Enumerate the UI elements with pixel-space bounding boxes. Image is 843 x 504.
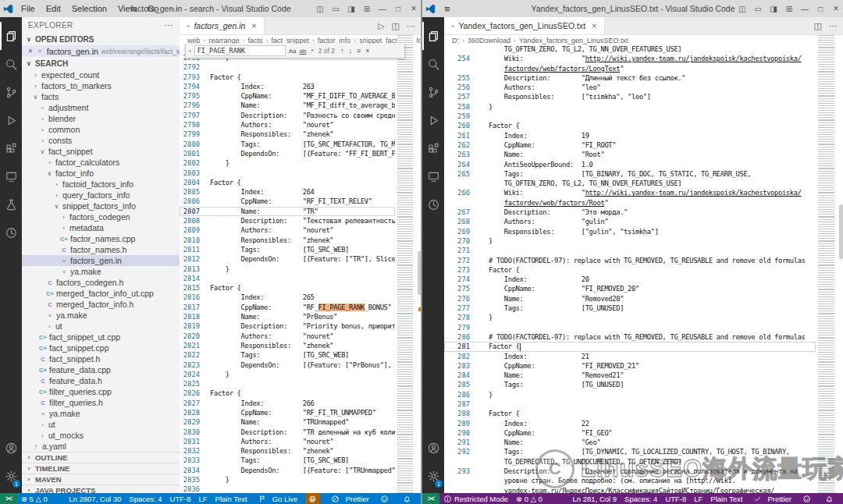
activity-remote-icon[interactable] [0,162,22,190]
tree-item-ut-mocks[interactable]: ›ut_mocks [22,430,180,441]
status-smiley[interactable] [795,493,818,504]
tree-item-blender[interactable]: ›blender [22,113,180,124]
activity-scm-icon[interactable] [0,78,22,106]
status-smiley[interactable] [373,493,396,504]
tree-item-fact-snippet-ut-cpp[interactable]: C+fact_snippet_ut.cpp [22,332,180,343]
breadcrumb-item[interactable]: fact_snippet [272,37,310,44]
code-line[interactable]: 271 [444,246,816,255]
activity-ext-icon[interactable] [422,134,444,162]
tree-item-consts[interactable]: ›consts [22,135,180,146]
code-line[interactable]: yandex-team.ru/ЯндексПоиск/Классификация… [444,486,816,493]
code-line[interactable]: factordev/web/factors/Root" [444,198,816,208]
code-line[interactable]: 2822 Tags: [TG_SRC_WEB] [180,350,395,360]
code-line[interactable]: 2799 Responsibles: "zhenek" [180,130,395,139]
minimap[interactable] [817,35,838,493]
restricted-mode-status[interactable]: Restricted Mode [439,495,512,503]
remote-indicator[interactable]: >< [422,493,439,504]
activity-search-icon[interactable] [0,50,22,78]
code-line[interactable]: 2814 [180,274,395,283]
code-line[interactable]: 2818 Name: "PrBonus" [180,312,395,321]
tree-item-fact-snippet-cpp[interactable]: C+fact_snippet.cpp [22,343,180,353]
menu-[interactable]: ⋯ [164,4,183,14]
find-input[interactable] [194,45,286,56]
folder-section-search[interactable]: ∨ SEARCH [22,57,180,69]
status-utf-8[interactable]: UTF-8 [166,495,195,503]
code-line[interactable]: 2801 DependsOn: [{Feature: "FF_FI_BERT_F [180,149,395,158]
breadcrumb-item[interactable]: facts [248,37,263,44]
activity-gear-icon[interactable]: 1 [0,462,22,490]
code-line[interactable]: 2805 Index: 264 [180,187,395,197]
tree-item-factor-names-cpp[interactable]: C+factor_names.cpp [22,233,180,244]
code-line[interactable]: 2803 [180,169,395,178]
regex-toggle[interactable]: .* [309,48,313,55]
code-line[interactable]: 2798 Authors: "nouret" [180,120,395,130]
code-line[interactable]: 276 Name: "Removed20" [444,294,816,303]
scrollbar-thumb[interactable] [839,204,843,259]
code-line[interactable]: 257 Responsibles: ["tsimkha", "leo"] [444,92,816,101]
code-line[interactable]: 2833 Tags: [TG_SRC_WEB] [180,456,395,465]
code-line[interactable]: 280# TODO(FACTORDEL-97): replace with TG… [444,332,816,342]
code-line[interactable]: 2794 Index: 263 [180,82,395,91]
status-lf[interactable]: LF [195,495,212,503]
code-line[interactable]: 2819 Description: "Priority bonus, приор… [180,321,395,331]
tree-item-filter-queries-cpp[interactable]: C+filter_queries.cpp [22,386,180,397]
more-actions-icon[interactable]: ⋯ [407,21,415,31]
tree-item-factors-codegen-h[interactable]: Cfactors_codegen.h [22,277,180,288]
code-line[interactable]: 260Factor { [444,121,816,130]
code-line[interactable]: 258} [444,102,816,112]
activity-files-icon[interactable] [422,22,444,50]
status-bell[interactable] [818,493,841,504]
code-line[interactable]: 2808 Description: "Текстовая релевантнос… [180,216,395,225]
breadcrumb-item[interactable]: 360Download [468,37,510,44]
status-utf-8[interactable]: UTF-8 [661,495,690,503]
code-line[interactable]: 270} [444,236,816,246]
code-line[interactable]: 275 CppName: "FI_REMOVED_20" [444,284,816,293]
tab-yandex-factors[interactable]: ≡ Yandex_factors_gen_LinusSEO.txt × [444,17,605,34]
breadcrumb-item[interactable]: Yandex_factors_gen_LinusSEO.txt [519,37,628,44]
code-line[interactable]: 2809 Authors: "nouret" [180,225,395,235]
activity-account-icon[interactable] [422,434,444,462]
code-line[interactable]: 2792 [180,62,395,72]
tree-item-factor-calculators[interactable]: ›factor_calculators [22,157,180,168]
status-lf[interactable]: LF [690,495,706,503]
open-editor-item[interactable]: × ≡ factors_gen.in web\rearrange\facts\f… [22,45,180,57]
tree-item-factoid-factors-info[interactable]: ›factoid_factors_info [22,179,180,190]
maximize-button[interactable]: □ [813,5,828,13]
code-line[interactable]: 2810 Responsibles: "zhenek" [180,236,395,245]
code-line[interactable]: 292 Tags: [TG_DYNAMIC, TG_LOCALIZED_COUN… [444,447,816,456]
code-line[interactable]: 282 Index: 21 [444,352,816,361]
toggle-panel-icon[interactable]: ▭ [750,5,766,13]
tree-item-facts[interactable]: ∨facts [22,91,180,102]
status-bell[interactable] [396,493,418,504]
code-line[interactable]: 2836 [180,484,395,493]
tree-item-adjustment[interactable]: ›adjustment [22,102,180,113]
close-find-button[interactable]: × [365,47,370,55]
problems-status[interactable]: ⊗ 5 △ 0 [17,495,52,503]
code-line[interactable]: 290 CppName: "FI_GEO" [444,428,816,438]
code-line[interactable]: 291 Name: "Geo" [444,438,816,447]
code-line[interactable]: 255 Description: "Длинный текст без ссыл… [444,73,816,83]
activity-clock-icon[interactable] [422,190,444,218]
breadcrumb-item[interactable]: D: [452,37,459,44]
open-editors-section[interactable]: ∨ OPEN EDITORS [22,33,180,45]
status-prettier[interactable]: Prettier [324,493,373,504]
code-line[interactable]: 2834 DependsOn: [{Feature: ["TRUnmapped" [180,466,395,475]
code-line[interactable]: 2806 CppName: "RF_FI_TEXT_RELEV" [180,197,395,206]
activity-gear-icon[interactable]: 1 [422,462,444,490]
tree-item-ya-make[interactable]: ≡ya.make [22,408,180,419]
section-maven[interactable]: ›MAVEN [22,474,180,484]
status-ln-2807-col-30[interactable]: Ln 2807, Col 30 [65,495,125,503]
toggle-replace-icon[interactable]: › [189,48,191,55]
activity-search-icon[interactable] [422,50,444,78]
status-ln-281-col-9[interactable]: Ln 281, Col 9 [569,495,621,503]
code-line[interactable]: 2793Factor { [180,73,395,82]
tree-item-filter-queries-h[interactable]: Cfilter_queries.h [22,397,180,408]
code-line[interactable]: 293 Description: "Означает совпадение ре… [444,467,816,476]
tree-item-ya-make[interactable]: ≡ya.make [22,310,180,321]
tree-item-feature-data-cpp[interactable]: C+feature_data.cpp [22,364,180,375]
previous-match-button[interactable]: ↑ [340,47,345,55]
minimap[interactable] [397,35,417,493]
status-spaces-4[interactable]: Spaces: 4 [621,495,661,503]
activity-clock-icon[interactable] [0,218,22,247]
code-line[interactable]: 269 Responsibles: ["gulin", "tsimkha"] [444,227,816,236]
